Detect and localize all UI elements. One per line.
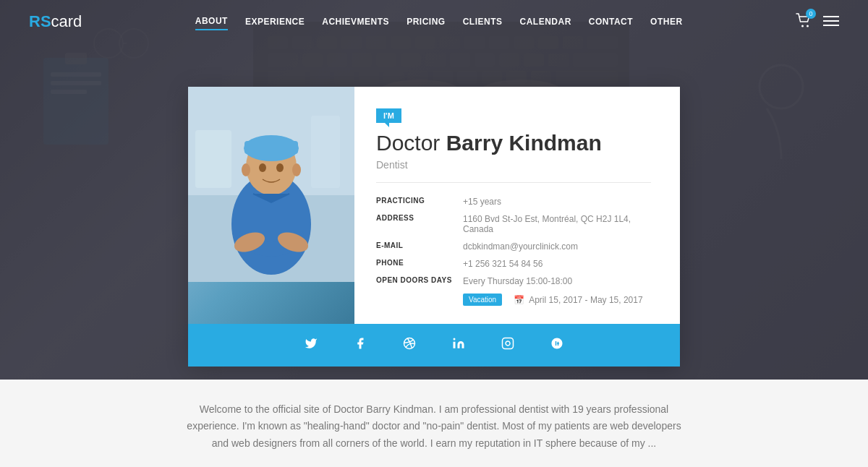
- label-phone: PHONE: [376, 255, 463, 273]
- googleplus-button[interactable]: [550, 337, 563, 354]
- table-row: PHONE +1 256 321 54 84 56: [376, 255, 651, 273]
- bio-text: Welcome to the official site of Doctor B…: [181, 401, 687, 453]
- value-address: 1160 Bvd St-Jo Est, Montréal, QC H2J 1L4…: [463, 210, 651, 238]
- value-practicing: +15 years: [463, 193, 651, 210]
- card-info: I'M Doctor Barry Kindman Dentist PRACTIC…: [354, 87, 680, 324]
- facebook-button[interactable]: [354, 337, 367, 354]
- twitter-button[interactable]: [305, 337, 318, 354]
- table-row: E-MAIL dcbkindman@yourclinick.com: [376, 238, 651, 255]
- vacation-dates: April 15, 2017 - May 15, 2017: [529, 295, 642, 305]
- bio-section: Welcome to the official site of Doctor B…: [0, 380, 868, 467]
- im-badge: I'M: [376, 108, 401, 123]
- calendar-icon: 📅: [514, 295, 524, 305]
- svg-point-78: [242, 163, 250, 176]
- value-open-doors: Every Thursday 15:00-18:00: [463, 273, 651, 290]
- linkedin-button[interactable]: [452, 337, 465, 354]
- dribbble-button[interactable]: [403, 337, 416, 354]
- divider: [376, 182, 651, 183]
- hamburger-icon: [823, 15, 839, 27]
- nav-contact[interactable]: CONTACT: [589, 14, 633, 30]
- label-practicing: PRACTICING: [376, 193, 463, 210]
- nav-achievments[interactable]: ACHIEVMENTS: [322, 14, 389, 30]
- svg-rect-68: [195, 130, 231, 188]
- main-nav: ABOUT EXPERIENCE ACHIEVMENTS PRICING CLI…: [195, 13, 683, 30]
- table-row: PRACTICING +15 years: [376, 193, 651, 210]
- logo-card: card: [51, 12, 82, 31]
- value-vacation: Vacation 📅 April 15, 2017 - May 15, 2017: [463, 290, 651, 309]
- nav-other[interactable]: OTHER: [650, 14, 683, 30]
- logo: RS card: [29, 12, 82, 31]
- vacation-badge: Vacation: [463, 294, 502, 306]
- social-bar: [188, 324, 680, 367]
- nav-calendar[interactable]: CALENDAR: [519, 14, 571, 30]
- svg-rect-73: [244, 141, 298, 154]
- profile-card: I'M Doctor Barry Kindman Dentist PRACTIC…: [188, 87, 680, 367]
- logo-rs: RS: [29, 12, 51, 31]
- header-icons: 0: [796, 13, 839, 30]
- menu-button[interactable]: [823, 14, 839, 30]
- vacation-row: Vacation 📅 April 15, 2017 - May 15, 2017: [463, 294, 651, 306]
- nav-pricing[interactable]: PRICING: [407, 14, 446, 30]
- table-row: Vacation 📅 April 15, 2017 - May 15, 2017: [376, 290, 651, 309]
- doctor-image: [188, 87, 354, 282]
- label-open-doors: OPEN DOORS DAYS: [376, 273, 463, 290]
- nav-clients[interactable]: CLIENTS: [463, 14, 503, 30]
- header: RS card ABOUT EXPERIENCE ACHIEVMENTS PRI…: [0, 0, 868, 43]
- cart-badge: 0: [806, 9, 816, 19]
- cart-button[interactable]: 0: [796, 13, 812, 30]
- nav-experience[interactable]: EXPERIENCE: [245, 14, 305, 30]
- label-vacation: [376, 290, 463, 309]
- calendar-dates: 📅 April 15, 2017 - May 15, 2017: [514, 295, 642, 305]
- svg-point-62: [807, 25, 809, 27]
- svg-point-76: [259, 163, 266, 172]
- instagram-button[interactable]: [501, 337, 514, 354]
- svg-rect-82: [503, 338, 514, 349]
- label-email: E-MAIL: [376, 238, 463, 255]
- table-row: ADDRESS 1160 Bvd St-Jo Est, Montréal, QC…: [376, 210, 651, 238]
- doctor-title: Dentist: [376, 159, 651, 171]
- svg-rect-69: [311, 116, 340, 188]
- svg-point-81: [454, 338, 456, 340]
- value-email: dcbkindman@yourclinick.com: [463, 238, 651, 255]
- doctor-name: Doctor Barry Kindman: [376, 130, 651, 156]
- info-table: PRACTICING +15 years ADDRESS 1160 Bvd St…: [376, 193, 651, 309]
- label-address: ADDRESS: [376, 210, 463, 238]
- doctor-photo: [188, 87, 354, 324]
- svg-point-61: [801, 25, 804, 27]
- value-phone: +1 256 321 54 84 56: [463, 255, 651, 273]
- nav-about[interactable]: ABOUT: [195, 13, 228, 30]
- card-content: I'M Doctor Barry Kindman Dentist PRACTIC…: [188, 87, 680, 324]
- svg-point-77: [276, 163, 284, 172]
- table-row: OPEN DOORS DAYS Every Thursday 15:00-18:…: [376, 273, 651, 290]
- svg-point-79: [292, 163, 301, 176]
